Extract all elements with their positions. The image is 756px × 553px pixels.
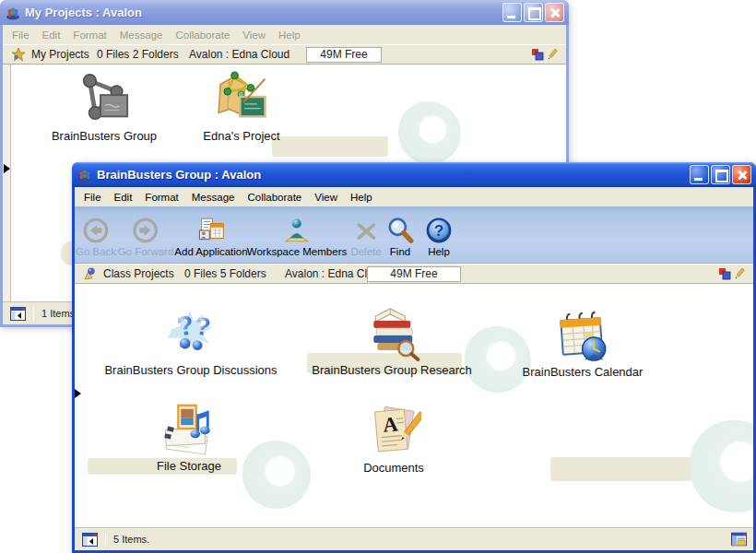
- item-label: File Storage: [157, 459, 221, 473]
- status-bar: 5 Items.: [75, 527, 753, 550]
- go-back-icon: [82, 217, 110, 244]
- menu-bar: File Edit Format Message Collaborate Vie…: [75, 187, 753, 206]
- documents-icon: A: [366, 404, 421, 459]
- discussions-icon: ? ?: [161, 304, 220, 361]
- svg-text:?: ?: [434, 221, 443, 240]
- go-forward-icon: [132, 217, 159, 244]
- svg-text:?: ?: [194, 312, 212, 342]
- help-icon: ?: [425, 217, 453, 244]
- help-button[interactable]: ? Help: [425, 211, 453, 257]
- svg-text:A: A: [382, 412, 399, 436]
- close-button[interactable]: [545, 3, 564, 22]
- menu-item-help[interactable]: Help: [272, 29, 307, 41]
- calendar-icon: [553, 310, 612, 363]
- menu-item-file[interactable]: File: [6, 29, 36, 41]
- maximize-button[interactable]: [524, 3, 543, 22]
- panel-toggle-icon[interactable]: [10, 307, 26, 321]
- app-logo-icon: [6, 6, 20, 20]
- free-space-indicator: 49M Free: [367, 266, 461, 282]
- menu-item-edit[interactable]: Edit: [108, 192, 139, 203]
- menu-item-file[interactable]: File: [77, 192, 108, 203]
- workspace-item-brainbusters-group[interactable]: BrainBusters Group: [52, 70, 157, 143]
- item-label: Documents: [363, 461, 424, 475]
- workspace-item-calendar[interactable]: BrainBusters Calendar: [523, 310, 644, 379]
- workspace-item-ednas-project[interactable]: Edna's Project: [203, 70, 279, 143]
- collapsed-panel-strip: [3, 65, 11, 301]
- menu-item-message[interactable]: Message: [185, 192, 242, 203]
- location-bar: My Projects 0 Files 2 Folders Avalon : E…: [3, 44, 566, 65]
- items-count: 5 Items.: [113, 534, 149, 545]
- watermark: [242, 441, 311, 509]
- menu-item-message[interactable]: Message: [113, 29, 170, 41]
- menu-item-format[interactable]: Format: [66, 29, 112, 41]
- research-books-icon: [362, 302, 421, 361]
- close-button[interactable]: [732, 165, 751, 184]
- app-logo-icon: [77, 168, 92, 182]
- menu-bar: File Edit Format Message Collaborate Vie…: [3, 25, 566, 44]
- workspace-area[interactable]: ? ? BrainBusters Group Discussions: [75, 284, 753, 527]
- watermark: [690, 420, 753, 512]
- watermark: [465, 326, 531, 393]
- location-bar: Class Projects 0 Files 5 Folders Avalon …: [75, 264, 753, 284]
- maximize-button[interactable]: [711, 165, 730, 184]
- collapsed-panel-strip: [75, 284, 83, 527]
- find-icon: [386, 217, 414, 244]
- my-projects-icon: [11, 47, 26, 62]
- file-folder-counts: 0 Files 5 Folders: [184, 267, 266, 280]
- delete-button[interactable]: Delete: [350, 211, 381, 257]
- menu-item-format[interactable]: Format: [138, 192, 184, 203]
- go-forward-button[interactable]: Go Forward: [118, 211, 174, 257]
- toolbar: Go Back Go Forward: [75, 206, 753, 264]
- menu-item-help[interactable]: Help: [344, 192, 379, 203]
- menu-item-view[interactable]: View: [308, 192, 344, 203]
- find-button[interactable]: Find: [386, 211, 414, 257]
- window-title: BrainBusters Group : Avalon: [97, 168, 690, 182]
- add-application-button[interactable]: Add Application: [174, 211, 247, 257]
- location-label: My Projects: [31, 48, 89, 61]
- minimize-button[interactable]: [690, 165, 709, 184]
- workspace-item-file-storage[interactable]: File Storage: [157, 402, 221, 473]
- account-label: Avalon : Edna Cloud: [189, 48, 289, 61]
- workspace-item-research[interactable]: BrainBusters Group Research: [312, 302, 471, 377]
- project-folder-icon: [212, 70, 271, 127]
- delete-icon: [353, 218, 379, 244]
- file-storage-icon: [159, 402, 219, 457]
- minimize-button[interactable]: [502, 3, 522, 22]
- status-separator: [105, 533, 106, 547]
- item-label: Edna's Project: [203, 129, 279, 143]
- class-projects-icon: [83, 266, 97, 281]
- pencil-icon[interactable]: [546, 48, 559, 61]
- versions-icon[interactable]: [531, 48, 544, 61]
- versions-icon[interactable]: [718, 267, 731, 280]
- add-application-icon: [197, 217, 225, 244]
- window-title: My Projects : Avalon: [25, 6, 502, 19]
- workspace-members-icon: [283, 217, 311, 244]
- status-separator: [33, 307, 34, 321]
- workspace-item-documents[interactable]: A Documents: [363, 404, 424, 475]
- watermark: [398, 101, 461, 164]
- item-label: BrainBusters Group Discussions: [104, 363, 277, 377]
- item-label: BrainBusters Calendar: [523, 365, 644, 379]
- panel-toggle-icon[interactable]: [82, 533, 98, 547]
- highlight-band: [272, 136, 388, 157]
- view-toggle-icon[interactable]: [731, 533, 747, 547]
- item-label: BrainBusters Group: [52, 129, 157, 143]
- panel-expand-handle[interactable]: [75, 389, 81, 398]
- item-label: BrainBusters Group Research: [312, 363, 471, 377]
- workspace-members-button[interactable]: Workspace Members: [247, 211, 347, 257]
- title-bar[interactable]: My Projects : Avalon: [0, 0, 569, 25]
- menu-item-edit[interactable]: Edit: [36, 29, 67, 41]
- menu-item-view[interactable]: View: [236, 29, 272, 41]
- highlight-band: [550, 457, 691, 481]
- menu-item-collaborate[interactable]: Collaborate: [169, 29, 236, 41]
- file-folder-counts: 0 Files 2 Folders: [97, 48, 179, 61]
- free-space-indicator: 49M Free: [306, 47, 382, 63]
- pencil-icon[interactable]: [733, 267, 746, 280]
- panel-expand-handle[interactable]: [4, 164, 10, 173]
- go-back-button[interactable]: Go Back: [76, 211, 116, 257]
- location-label: Class Projects: [103, 267, 174, 280]
- workspace-item-discussions[interactable]: ? ? BrainBusters Group Discussions: [104, 304, 277, 377]
- desktop: My Projects : Avalon File Edit Format Me…: [0, 0, 756, 553]
- title-bar[interactable]: BrainBusters Group : Avalon: [72, 162, 756, 187]
- menu-item-collaborate[interactable]: Collaborate: [241, 192, 308, 203]
